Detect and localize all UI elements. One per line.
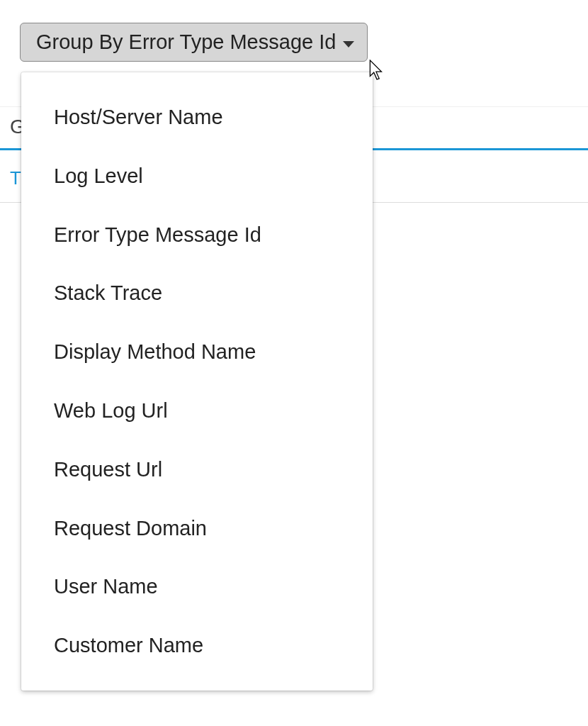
chevron-down-icon	[343, 41, 354, 48]
dropdown-item-web-log-url[interactable]: Web Log Url	[21, 381, 373, 440]
dropdown-item-request-url[interactable]: Request Url	[21, 440, 373, 499]
dropdown-item-display-method-name[interactable]: Display Method Name	[21, 323, 373, 381]
dropdown-item-request-domain[interactable]: Request Domain	[21, 499, 373, 558]
group-by-dropdown-button[interactable]: Group By Error Type Message Id	[20, 23, 368, 62]
dropdown-item-log-level[interactable]: Log Level	[21, 147, 373, 206]
dropdown-item-customer-name[interactable]: Customer Name	[21, 616, 373, 675]
dropdown-item-error-type-message-id[interactable]: Error Type Message Id	[21, 206, 373, 264]
group-by-dropdown-label: Group By Error Type Message Id	[36, 30, 336, 54]
dropdown-item-host-server-name[interactable]: Host/Server Name	[21, 88, 373, 147]
background-tab-text: T	[10, 167, 21, 189]
dropdown-item-stack-trace[interactable]: Stack Trace	[21, 264, 373, 323]
dropdown-item-user-name[interactable]: User Name	[21, 557, 373, 616]
cursor-icon	[368, 60, 385, 81]
group-by-dropdown-menu: Host/Server Name Log Level Error Type Me…	[21, 72, 373, 691]
